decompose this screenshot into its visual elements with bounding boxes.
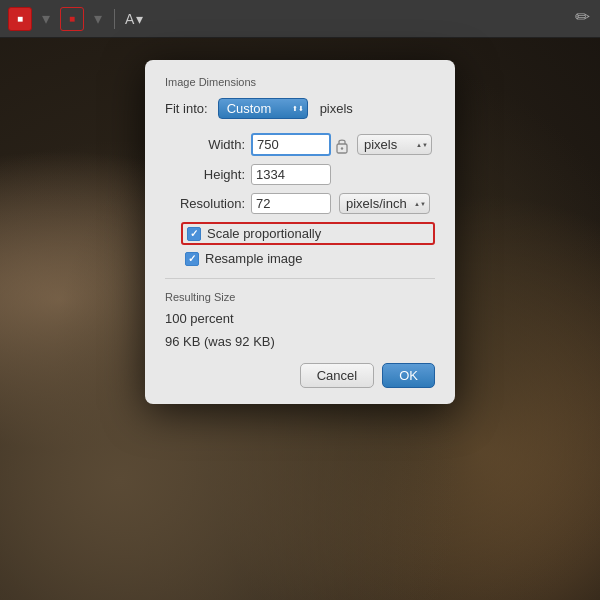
resulting-size-title: Resulting Size xyxy=(165,291,435,303)
fit-into-unit: pixels xyxy=(320,101,353,116)
percent-value: 100 percent xyxy=(165,311,435,326)
fit-into-label: Fit into: xyxy=(165,101,208,116)
lock-icon xyxy=(335,136,349,154)
scale-proportionally-checkbox[interactable] xyxy=(187,227,201,241)
width-input[interactable] xyxy=(251,133,331,156)
width-unit-select[interactable]: pixels percent cm inches xyxy=(357,134,432,155)
fit-into-select-wrapper[interactable]: Custom Screen Print xyxy=(218,98,308,119)
image-dimensions-title: Image Dimensions xyxy=(165,76,435,88)
height-input[interactable] xyxy=(251,164,331,185)
height-label: Height: xyxy=(165,167,245,182)
section-divider xyxy=(165,278,435,279)
kb-value: 96 KB (was 92 KB) xyxy=(165,334,435,349)
fit-into-row: Fit into: Custom Screen Print pixels xyxy=(165,98,435,119)
resolution-input[interactable] xyxy=(251,193,331,214)
image-dimensions-dialog: Image Dimensions Fit into: Custom Screen… xyxy=(145,60,455,404)
svg-point-1 xyxy=(341,147,343,149)
width-unit-wrapper[interactable]: pixels percent cm inches xyxy=(357,134,432,155)
resolution-unit-select[interactable]: pixels/inch pixels/cm xyxy=(339,193,430,214)
cancel-button[interactable]: Cancel xyxy=(300,363,374,388)
width-label: Width: xyxy=(165,137,245,152)
modal-overlay: Image Dimensions Fit into: Custom Screen… xyxy=(0,0,600,600)
resolution-row: Resolution: pixels/inch pixels/cm xyxy=(165,193,435,214)
lock-icon-area xyxy=(335,136,349,154)
resample-image-row: Resample image xyxy=(185,251,435,266)
scale-proportionally-row: Scale proportionally xyxy=(181,222,435,245)
dialog-buttons: Cancel OK xyxy=(165,363,435,388)
resample-image-checkbox[interactable] xyxy=(185,252,199,266)
scale-proportionally-label: Scale proportionally xyxy=(207,226,321,241)
width-row: Width: pixels percent cm inches xyxy=(165,133,435,156)
resolution-unit-wrapper[interactable]: pixels/inch pixels/cm xyxy=(339,193,430,214)
height-row: Height: xyxy=(165,164,435,185)
ok-button[interactable]: OK xyxy=(382,363,435,388)
fit-into-select[interactable]: Custom Screen Print xyxy=(218,98,308,119)
resolution-label: Resolution: xyxy=(165,196,245,211)
resample-image-label: Resample image xyxy=(205,251,303,266)
